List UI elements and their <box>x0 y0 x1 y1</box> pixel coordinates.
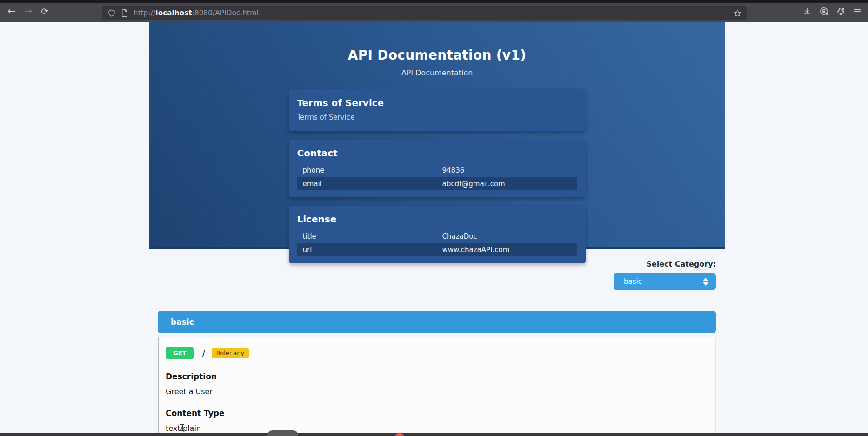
endpoint-card: GET / Role: any Description Greet a User… <box>158 337 716 434</box>
row-value: abcdf@gmail.com <box>442 180 572 188</box>
page-info-icon[interactable] <box>121 9 128 17</box>
row-key: email <box>303 180 442 188</box>
table-row: phone 94836 <box>297 163 577 177</box>
section-header: basic <box>158 311 716 333</box>
browser-toolbar: ← → ⟳ http://localhost:8080/APIDoc.html … <box>0 0 868 22</box>
url-text: http://localhost:8080/APIDoc.html <box>134 9 733 17</box>
extensions-puzzle-icon[interactable] <box>835 5 847 17</box>
downloads-icon[interactable] <box>801 5 813 17</box>
contact-card: Contact phone 94836 email abcdf@gmail.co… <box>289 140 586 197</box>
endpoint-path: / <box>202 348 205 358</box>
method-badge: GET <box>166 347 194 359</box>
api-doc-banner: API Documentation (v1) API Documentation… <box>149 22 725 249</box>
category-select[interactable]: basic <box>614 273 716 290</box>
row-key: phone <box>303 166 442 174</box>
endpoint-method-row: GET / Role: any <box>166 347 715 359</box>
table-row: email abcdf@gmail.com <box>297 177 577 190</box>
menu-button[interactable]: ≡ <box>851 5 863 17</box>
role-badge: Role: any <box>212 348 249 358</box>
url-path: :8080/APIDoc.html <box>192 9 259 17</box>
description-text: Greet a User <box>166 387 715 396</box>
row-value: www.chazaAPI.com <box>442 246 572 254</box>
url-bar[interactable]: http://localhost:8080/APIDoc.html <box>102 6 747 20</box>
row-value: ChazaDoc <box>442 232 572 241</box>
license-title: License <box>297 214 577 225</box>
terms-of-service-title: Terms of Service <box>297 97 577 108</box>
page-subtitle: API Documentation <box>149 68 725 77</box>
window-titlebar <box>0 0 868 3</box>
select-arrows-icon <box>703 278 708 286</box>
url-scheme: http:// <box>134 9 155 17</box>
row-key: url <box>303 246 442 254</box>
license-card: License title ChazaDoc url www.chazaAPI.… <box>289 206 586 263</box>
row-key: title <box>303 232 442 241</box>
bookmark-star-icon[interactable] <box>733 9 742 18</box>
terms-of-service-card: Terms of Service Terms of Service <box>289 89 586 131</box>
table-row: title ChazaDoc <box>297 229 577 243</box>
category-selected-value: basic <box>624 277 703 286</box>
dock-app-dot-icon[interactable] <box>395 433 404 436</box>
terms-of-service-body: Terms of Service <box>297 113 577 121</box>
content-type-text: text/plain <box>166 424 715 433</box>
text-cursor <box>182 425 183 430</box>
category-selector: Select Category: basic <box>158 260 716 290</box>
account-icon[interactable] <box>818 5 830 17</box>
forward-button[interactable]: → <box>24 6 33 16</box>
back-button[interactable]: ← <box>7 6 16 16</box>
browser-window: { "browser": { "icons": {"back": "←", "f… <box>0 0 868 436</box>
shield-icon[interactable] <box>107 9 116 17</box>
contact-title: Contact <box>297 148 577 159</box>
info-cards: Terms of Service Terms of Service Contac… <box>289 89 586 263</box>
category-label: Select Category: <box>158 260 716 268</box>
row-value: 94836 <box>442 166 572 174</box>
toolbar-right-icons: ≡ <box>801 5 868 17</box>
taskbar-strip <box>0 433 868 436</box>
content-type-label: Content Type <box>166 409 715 418</box>
table-row: url www.chazaAPI.com <box>297 243 577 256</box>
reload-button[interactable]: ⟳ <box>41 6 48 16</box>
url-host: localhost <box>155 9 192 17</box>
description-label: Description <box>166 372 715 381</box>
dock-app-icon[interactable] <box>267 430 298 436</box>
page-title: API Documentation (v1) <box>149 47 725 63</box>
